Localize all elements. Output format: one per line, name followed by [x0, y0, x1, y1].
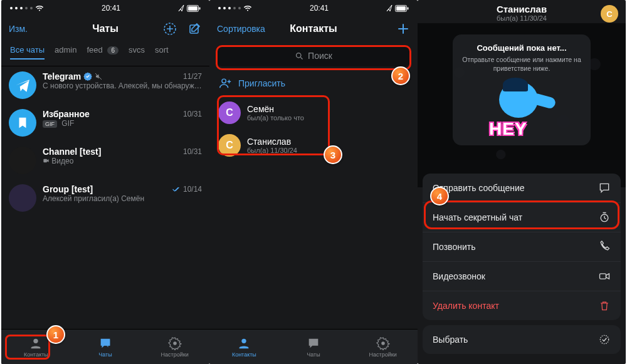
contacts-icon: [29, 336, 43, 350]
search-input[interactable]: Поиск: [216, 45, 411, 66]
bookmark-icon: [16, 116, 29, 130]
svg-point-7: [173, 341, 177, 345]
svg-rect-2: [199, 7, 201, 9]
tab-label: Чаты: [98, 351, 112, 358]
new-chat-icon[interactable]: [163, 22, 177, 36]
empty-state-card: Сообщений пока нет... Отправьте сообщени…: [453, 34, 591, 145]
contact-row[interactable]: С Семён был(а) только что: [209, 96, 418, 129]
invite-icon: [218, 76, 232, 90]
compose-icon[interactable]: [188, 22, 202, 36]
phone-contacts: 20:41 Сортировка Контакты Поиск Приг: [209, 0, 418, 364]
gif-chip: GIF: [43, 120, 57, 128]
contact-avatar: С: [218, 101, 241, 124]
read-checks-icon: [172, 186, 181, 192]
svg-point-17: [600, 335, 608, 343]
contact-name: Станислав: [418, 4, 626, 14]
chat-tab-all[interactable]: Все чаты: [10, 45, 45, 60]
phone-chat-preview: Станислав был(а) 11/30/24 С Сообщений по…: [418, 0, 626, 364]
action-label: Начать секретный чат: [433, 212, 522, 222]
chat-tab-admin[interactable]: admin: [55, 45, 76, 60]
action-video-call[interactable]: Видеозвонок: [423, 261, 621, 291]
add-contact-icon[interactable]: [396, 22, 410, 36]
chat-bubble-icon: [598, 182, 611, 194]
chat-preview: Алексей пригласил(а) Семён: [43, 194, 202, 203]
chat-preview: GIF GIF: [43, 119, 202, 128]
chats-header: Изм. Чаты: [1, 16, 209, 41]
contact-last-seen: был(а) 11/30/24: [418, 14, 626, 22]
location-icon: [386, 4, 393, 12]
contact-name: Станислав: [247, 137, 297, 147]
chat-name: Избранное: [43, 109, 90, 119]
action-label: Позвонить: [433, 242, 475, 252]
chat-avatar: [9, 184, 36, 212]
chat-list: Telegram 11/27 С нового устройства. Алек…: [1, 66, 209, 217]
callout-1: 1: [46, 325, 65, 344]
chat-avatar: [9, 109, 36, 137]
check-circle-icon: [598, 333, 611, 346]
svg-point-6: [34, 338, 38, 343]
chat-row[interactable]: Group [test] 10/14 Алексей пригласил(а) …: [1, 179, 209, 217]
gear-icon: [376, 336, 390, 350]
empty-title: Сообщений пока нет...: [460, 43, 583, 53]
battery-icon: [187, 5, 201, 12]
chat-tab-sort[interactable]: sort: [155, 45, 169, 60]
tab-chats[interactable]: Чаты: [71, 330, 140, 364]
tab-settings[interactable]: Настройки: [140, 330, 209, 364]
verified-icon: [83, 72, 92, 81]
tab-settings[interactable]: Настройки: [348, 330, 418, 364]
phone-icon: [598, 241, 611, 253]
tab-label: Контакты: [24, 351, 48, 358]
action-label: Видеозвонок: [433, 271, 485, 281]
gear-icon: [168, 336, 182, 350]
chat-time: 11/27: [183, 72, 202, 81]
callout-2: 2: [391, 66, 410, 85]
action-send-message[interactable]: Отправить сообщение: [423, 174, 621, 202]
search-placeholder: Поиск: [308, 51, 332, 61]
svg-rect-10: [408, 7, 409, 9]
chat-tab-svcs[interactable]: svcs: [129, 45, 145, 60]
chat-preview: Видео: [43, 157, 202, 165]
contact-row[interactable]: С Станислав был(а) 11/30/24: [209, 129, 418, 162]
contact-avatar[interactable]: С: [601, 5, 618, 23]
status-bar: 20:41: [209, 0, 418, 16]
chat-time: 10/31: [183, 147, 202, 156]
status-time: 20:41: [102, 4, 120, 13]
svg-point-13: [242, 338, 246, 343]
status-bar: 20:41: [1, 0, 209, 16]
callout-4: 4: [430, 187, 449, 205]
chat-name: Group [test]: [43, 184, 93, 194]
chat-row[interactable]: Channel [test] 10/31 Видео: [1, 142, 209, 179]
status-time: 20:41: [310, 4, 329, 13]
wifi-icon: [35, 5, 44, 11]
tab-contacts[interactable]: Контакты: [209, 330, 279, 364]
greeting-sticker[interactable]: HEY: [484, 79, 559, 139]
action-select[interactable]: Выбрать: [423, 325, 621, 354]
invite-friends-button[interactable]: Пригласить: [209, 70, 418, 96]
chat-area-empty: Сообщений пока нет... Отправьте сообщени…: [418, 23, 626, 187]
chat-time: 10/14: [172, 185, 202, 194]
location-icon: [178, 4, 184, 12]
edit-button[interactable]: Изм.: [9, 24, 28, 34]
chat-row[interactable]: Telegram 11/27 С нового устройства. Алек…: [1, 66, 209, 104]
timer-icon: [598, 211, 611, 224]
chat-avatar: [9, 147, 36, 174]
chat-name: Channel [test]: [43, 147, 101, 157]
tab-bar: Контакты Чаты Настройки: [209, 329, 418, 364]
chat-row[interactable]: Избранное 10/31 GIF GIF: [1, 104, 209, 142]
svg-rect-16: [600, 274, 606, 279]
sort-button[interactable]: Сортировка: [217, 24, 265, 34]
contact-last-seen: был(а) только что: [247, 114, 304, 122]
videocam-icon: [598, 270, 611, 283]
tab-chats[interactable]: Чаты: [279, 330, 349, 364]
svg-point-12: [222, 79, 226, 83]
tab-label: Настройки: [161, 351, 189, 358]
chat-tab-feed[interactable]: feed 6: [87, 45, 119, 60]
action-call[interactable]: Позвонить: [423, 232, 621, 261]
muted-icon: [95, 73, 102, 80]
action-secret-chat[interactable]: Начать секретный чат: [423, 202, 621, 232]
chat-filter-tabs: Все чаты admin feed 6 svcs sort: [1, 41, 209, 66]
feed-badge: 6: [107, 46, 119, 55]
contacts-icon: [237, 336, 251, 350]
svg-rect-5: [43, 159, 47, 163]
action-delete-contact[interactable]: Удалить контакт: [423, 291, 621, 320]
